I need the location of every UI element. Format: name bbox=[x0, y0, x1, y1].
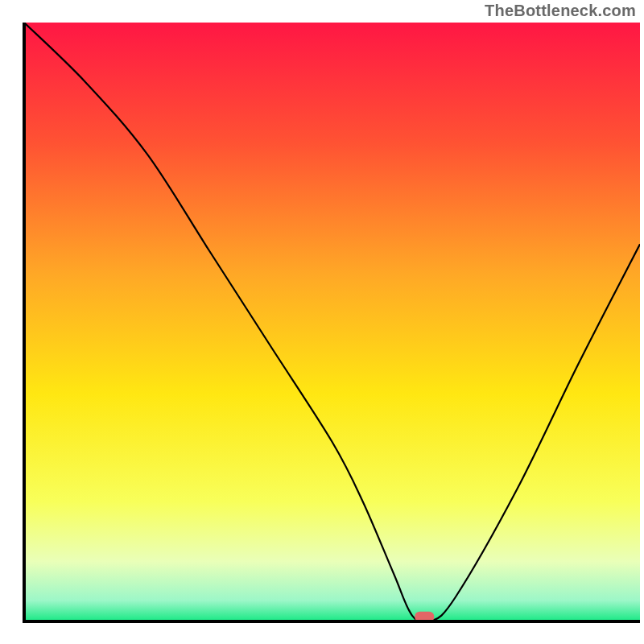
watermark-text: TheBottleneck.com bbox=[485, 2, 636, 20]
gradient-background bbox=[24, 23, 640, 621]
bottleneck-chart bbox=[0, 0, 644, 644]
chart-container: TheBottleneck.com bbox=[0, 0, 644, 644]
plot-area bbox=[24, 23, 640, 623]
